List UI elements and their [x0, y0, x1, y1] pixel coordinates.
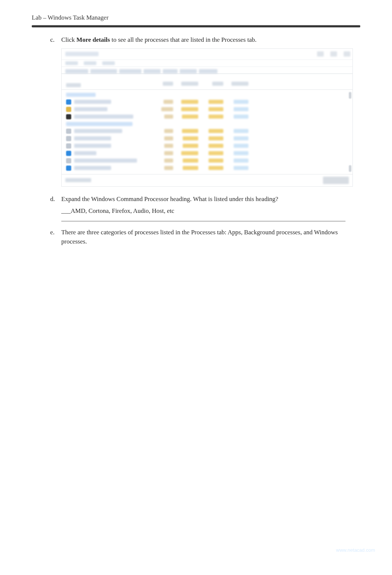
- step-e-letter: e.: [50, 228, 61, 246]
- row-memory: [183, 166, 198, 170]
- section-background: [62, 120, 353, 127]
- app-icon: [66, 107, 71, 112]
- step-d-letter: d.: [50, 195, 61, 204]
- tm-tab-history[interactable]: [119, 69, 141, 74]
- tm-tab-startup[interactable]: [144, 69, 161, 74]
- app-icon: [66, 129, 71, 134]
- step-d: d. Expand the Windows Command Processor …: [50, 195, 357, 204]
- scrollbar-thumb[interactable]: [349, 92, 351, 99]
- step-e-sublist: o The Apps are the applications that you…: [72, 250, 360, 311]
- tm-tab-users[interactable]: [163, 69, 178, 74]
- row-network: [234, 100, 248, 104]
- row-network: [234, 144, 248, 148]
- maximize-icon[interactable]: [330, 51, 337, 57]
- row-network: [234, 166, 248, 170]
- col-network[interactable]: [231, 82, 248, 86]
- app-icon: [66, 114, 71, 119]
- tm-tab-services[interactable]: [199, 69, 217, 74]
- row-memory: [182, 129, 198, 133]
- row-cpu: [164, 115, 173, 119]
- tm-body: [62, 90, 353, 174]
- tm-tab-performance[interactable]: [90, 69, 117, 74]
- app-icon: [66, 136, 71, 141]
- step-c-bold: More details: [76, 36, 110, 43]
- end-task-button[interactable]: [323, 177, 349, 184]
- table-row[interactable]: [62, 113, 353, 120]
- row-network: [234, 159, 248, 163]
- app-icon: [66, 99, 71, 105]
- row-disk: [209, 129, 223, 133]
- scrollbar-thumb[interactable]: [349, 165, 351, 172]
- col-memory[interactable]: [181, 82, 198, 86]
- table-row[interactable]: [62, 150, 353, 157]
- tm-column-headers: [62, 74, 353, 90]
- row-cpu: [164, 129, 173, 133]
- minimize-icon[interactable]: [317, 51, 324, 57]
- close-icon[interactable]: [344, 51, 350, 57]
- app-icon: [66, 143, 71, 149]
- header-rule: [32, 25, 360, 27]
- task-manager-screenshot: [61, 48, 353, 187]
- table-row[interactable]: [62, 142, 353, 150]
- tm-menu-view[interactable]: [102, 61, 115, 65]
- row-memory: [181, 107, 198, 111]
- row-name: [74, 100, 111, 104]
- col-disk[interactable]: [212, 82, 223, 86]
- col-cpu[interactable]: [163, 82, 173, 86]
- row-name: [74, 136, 111, 140]
- app-icon: [66, 166, 71, 171]
- table-row[interactable]: [62, 98, 353, 106]
- tm-titlebar: [62, 49, 353, 60]
- table-row[interactable]: [62, 127, 353, 135]
- step-e-sub-1-text: The Apps are the applications that you h…: [81, 250, 360, 279]
- tm-menu-options[interactable]: [84, 61, 96, 65]
- app-icon: [66, 158, 71, 163]
- step-c-letter: c.: [50, 35, 61, 45]
- row-cpu: [164, 151, 173, 155]
- step-e-body: There are three categories of processes …: [61, 228, 357, 246]
- step-e-sub-1: o The Apps are the applications that you…: [72, 250, 360, 279]
- row-disk: [209, 159, 223, 163]
- row-name: [74, 115, 133, 119]
- row-name: [74, 166, 111, 170]
- row-disk: [209, 151, 223, 155]
- tm-tab-processes[interactable]: [65, 69, 88, 74]
- section-apps: [62, 91, 353, 98]
- table-row[interactable]: [62, 135, 353, 142]
- tm-window-controls: [317, 51, 350, 57]
- col-name[interactable]: [66, 83, 81, 87]
- bullet-icon: o: [72, 250, 81, 279]
- row-network: [234, 151, 248, 155]
- table-row[interactable]: [62, 164, 353, 172]
- row-cpu: [164, 166, 173, 170]
- step-c-text-after: to see all the processes that are listed…: [110, 36, 257, 43]
- tm-footer: [62, 174, 353, 186]
- row-name: [74, 151, 96, 155]
- tm-menu-file[interactable]: [65, 61, 78, 65]
- row-name: [74, 144, 111, 148]
- row-disk: [209, 107, 223, 111]
- tm-window-title: [65, 52, 99, 56]
- row-cpu: [161, 107, 173, 111]
- fewer-details-link[interactable]: [65, 178, 91, 182]
- row-memory: [183, 159, 198, 163]
- step-e-sub-3-text: The Windows processes are not shown in t…: [81, 292, 360, 311]
- tm-tab-details[interactable]: [180, 69, 197, 74]
- step-c-text-before: Click: [61, 36, 76, 43]
- row-network: [234, 136, 248, 140]
- step-e-sub-2: o The Background processes are executed …: [72, 280, 360, 290]
- answer-rule: [61, 216, 345, 221]
- row-name: [74, 107, 107, 111]
- step-d-body: Expand the Windows Command Processor hea…: [61, 195, 357, 204]
- bullet-icon: o: [72, 292, 81, 311]
- row-network: [234, 129, 248, 133]
- step-e-sub-2-text: The Background processes are executed in…: [81, 280, 360, 290]
- footer-center: Page 2 of 3: [17, 547, 375, 553]
- step-c-body: Click More details to see all the proces…: [61, 35, 357, 45]
- page-footer: © 2016 Cisco and/or its affiliates. All …: [17, 547, 375, 553]
- table-row[interactable]: [62, 157, 353, 164]
- bullet-icon: o: [72, 280, 81, 290]
- row-memory: [181, 151, 198, 155]
- row-cpu: [164, 144, 173, 148]
- table-row[interactable]: [62, 106, 353, 113]
